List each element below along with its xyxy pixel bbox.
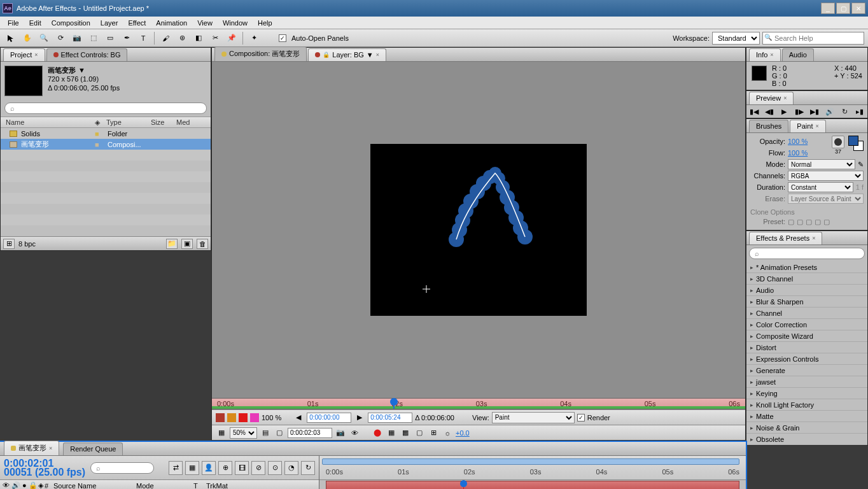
delete-button[interactable]: 🗑 (197, 239, 208, 249)
eff-audio[interactable]: Audio (746, 285, 867, 296)
set-in-button[interactable]: ◀ (293, 412, 304, 423)
zoom-select[interactable]: 50% (230, 427, 257, 439)
shy-button[interactable]: 👤 (202, 461, 216, 475)
menu-layer[interactable]: Layer (95, 18, 123, 28)
tool-panbehind[interactable]: ⬚ (87, 31, 101, 45)
set-out-button[interactable]: ▶ (354, 412, 365, 423)
menu-file[interactable]: File (3, 18, 24, 28)
menu-effect[interactable]: Effect (123, 18, 151, 28)
eff-expression-controls[interactable]: Expression Controls (746, 353, 867, 365)
tl-tab-render-queue[interactable]: Render Queue (63, 443, 123, 455)
paint-flow[interactable]: 100 % (788, 149, 808, 157)
eyedropper-icon[interactable]: ✎ (858, 160, 864, 169)
menu-window[interactable]: Window (218, 18, 253, 28)
interpret-footage-button[interactable]: ⊞ (3, 239, 15, 249)
eff-distort[interactable]: Distort (746, 342, 867, 353)
res-button[interactable]: ▤ (260, 427, 271, 439)
tool-localaxis[interactable]: ✦ (247, 31, 261, 45)
project-search-input[interactable] (4, 103, 207, 114)
first-frame-button[interactable]: ▮◀ (749, 106, 759, 117)
channels-button[interactable]: ⬤ (372, 427, 383, 439)
tab-preview[interactable]: Preview× (749, 92, 794, 104)
tool-selection[interactable] (4, 31, 18, 45)
project-item-comp[interactable]: 画笔变形 ■ Composi... (1, 139, 211, 150)
tl-tab-comp[interactable]: 画笔变形× (4, 441, 59, 455)
paint-channels-select[interactable]: RGBA (788, 171, 864, 181)
render-checkbox[interactable]: ✓ (577, 414, 585, 422)
snapshot-button[interactable]: 📷 (335, 427, 346, 439)
layer-bar[interactable] (326, 481, 739, 489)
tool-brush[interactable]: 🖌 (158, 31, 172, 45)
draft3d-button[interactable]: ▦ (185, 461, 199, 475)
timeline-search[interactable] (90, 462, 154, 474)
maximize-button[interactable]: ▢ (836, 3, 850, 14)
new-folder-button[interactable]: 📁 (166, 239, 178, 249)
eff-knoll[interactable]: Knoll Light Factory (746, 399, 867, 411)
search-help-input[interactable] (762, 32, 864, 45)
current-time-indicator[interactable] (463, 480, 464, 489)
timeline-navigator[interactable] (322, 458, 739, 465)
tab-effect-controls[interactable]: Effect Controls: BG (46, 48, 128, 61)
tab-brushes[interactable]: Brushes (749, 120, 788, 132)
tool-clone[interactable]: ⊛ (175, 31, 189, 45)
close-window-button[interactable]: ✕ (851, 3, 865, 14)
menu-help[interactable]: Help (253, 18, 277, 28)
layer-time-ruler[interactable]: 0:00s01s02s 03s04s05s06s (212, 398, 745, 409)
paint-duration-select[interactable]: Constant (788, 182, 853, 192)
minimize-button[interactable]: _ (821, 3, 835, 14)
effects-search-input[interactable] (749, 248, 865, 259)
tab-composition-viewer[interactable]: Composition: 画笔变形 (214, 46, 307, 61)
out-timecode[interactable]: 0:00:05:24 (368, 413, 412, 423)
brush-preview[interactable] (832, 136, 844, 148)
eff-matte[interactable]: Matte (746, 411, 867, 422)
new-comp-button[interactable]: ▣ (181, 239, 193, 249)
exposure-button[interactable]: ☼ (442, 427, 453, 439)
comp-mini-flowchart-button[interactable]: ⇄ (169, 461, 183, 475)
in-timecode[interactable]: 0:00:00:00 (307, 413, 351, 423)
play-button[interactable]: ▶ (780, 106, 790, 117)
eff-generate[interactable]: Generate (746, 365, 867, 376)
eff-color-correction[interactable]: Color Correction (746, 319, 867, 330)
loop-button[interactable]: ↻ (840, 106, 850, 117)
eff-noise-grain[interactable]: Noise & Grain (746, 422, 867, 434)
paint-opacity[interactable]: 100 % (788, 138, 808, 145)
tab-audio[interactable]: Audio (782, 48, 814, 61)
eff-animation-presets[interactable]: * Animation Presets (746, 262, 867, 273)
next-frame-button[interactable]: ▮▶ (794, 106, 804, 117)
tool-puppet[interactable]: 📌 (225, 31, 239, 45)
paint-colors[interactable] (848, 136, 864, 151)
tool-hand[interactable]: ✋ (20, 31, 34, 45)
tab-layer-viewer[interactable]: 🔒Layer: BG ▼× (308, 48, 386, 61)
tool-camera[interactable]: 📷 (70, 31, 84, 45)
timeline-ruler[interactable]: 0:00s01s02s 03s04s05s06s (319, 456, 746, 480)
tool-rotate[interactable]: ⟳ (53, 31, 67, 45)
menu-composition[interactable]: Composition (46, 18, 95, 28)
auto-open-checkbox[interactable]: ✓ (279, 34, 286, 42)
layer-viewer-canvas[interactable] (370, 144, 587, 316)
tool-roto[interactable]: ✂ (208, 31, 222, 45)
tab-project[interactable]: Project× (3, 48, 45, 61)
bpc-label[interactable]: 8 bpc (18, 240, 36, 248)
tool-zoom[interactable]: 🔍 (37, 31, 51, 45)
tab-info[interactable]: Info× (749, 48, 781, 61)
paint-mode-select[interactable]: Normal (788, 159, 855, 169)
eff-keying[interactable]: Keying (746, 388, 867, 399)
tool-mask[interactable]: ▭ (103, 31, 117, 45)
mute-button[interactable]: 🔊 (825, 106, 835, 117)
view-select[interactable]: Paint (492, 412, 575, 423)
exposure-value[interactable]: +0.0 (456, 429, 470, 437)
timeline-track-area[interactable]: I I I I I I I ↖ (319, 480, 746, 489)
tab-paint[interactable]: Paint× (790, 120, 825, 132)
always-preview-button[interactable]: ▦ (216, 427, 227, 439)
project-item-solids[interactable]: Solids ■ Folder (1, 128, 211, 139)
last-frame-button[interactable]: ▶▮ (809, 106, 820, 117)
tab-effects-presets[interactable]: Effects & Presets× (749, 232, 822, 244)
current-time[interactable]: 0:00:02:03 (288, 428, 332, 438)
eff-3d-channel[interactable]: 3D Channel (746, 273, 867, 285)
ram-preview-button[interactable]: ▸▮ (855, 106, 865, 117)
tool-type[interactable]: T (136, 31, 150, 45)
menu-view[interactable]: View (192, 18, 218, 28)
prev-frame-button[interactable]: ◀▮ (764, 106, 774, 117)
eff-channel[interactable]: Channel (746, 308, 867, 319)
comp-dropdown-icon[interactable]: ▼ (78, 66, 85, 74)
